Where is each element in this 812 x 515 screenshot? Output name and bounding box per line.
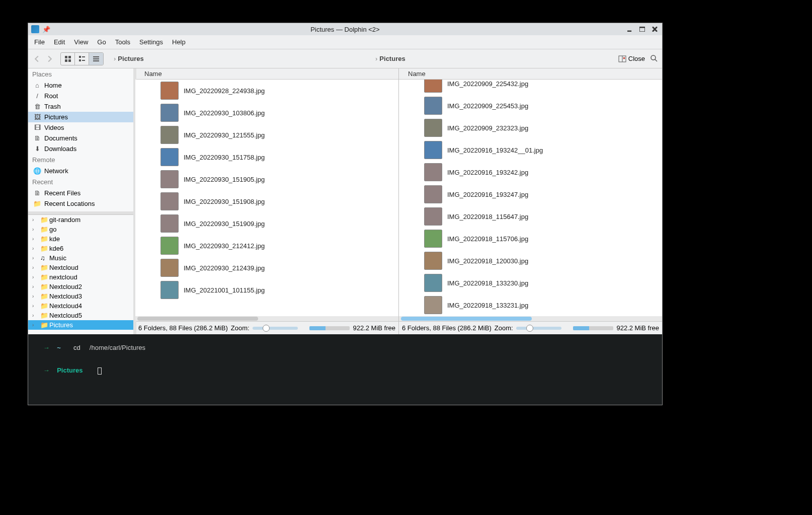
- left-pane: Name IMG_20220928_224938.jpgIMG_20220930…: [135, 68, 399, 334]
- right-file-list[interactable]: IMG_20220909_225432.jpgIMG_20220909_2254…: [399, 80, 662, 316]
- expand-icon[interactable]: ›: [32, 293, 38, 299]
- place-item-documents[interactable]: 🗎Documents: [28, 133, 135, 143]
- tree-item-git-random[interactable]: ›📁git-random: [28, 215, 135, 225]
- tree-item-nextcloud2[interactable]: ›📁Nextcloud2: [28, 282, 135, 291]
- file-row[interactable]: IMG_20220930_121555.jpg: [135, 124, 398, 146]
- file-row[interactable]: IMG_20220909_225453.jpg: [399, 95, 662, 117]
- tree-item-nextcloud[interactable]: ›📁nextcloud: [28, 272, 135, 282]
- file-name: IMG_20220930_212412.jpg: [184, 242, 265, 250]
- expand-icon[interactable]: ›: [32, 274, 38, 280]
- file-row[interactable]: IMG_20220909_232323.jpg: [399, 117, 662, 139]
- tree-item-pictures[interactable]: ›📁Pictures: [28, 320, 135, 330]
- file-row[interactable]: IMG_20220918_115706.jpg: [399, 228, 662, 250]
- file-row[interactable]: IMG_20220909_225432.jpg: [399, 80, 662, 95]
- close-button[interactable]: 🗙: [651, 26, 659, 33]
- file-row[interactable]: IMG_20220930_151758.jpg: [135, 146, 398, 168]
- file-row[interactable]: IMG_20220930_103806.jpg: [135, 102, 398, 124]
- menu-file[interactable]: File: [30, 36, 49, 48]
- expand-icon[interactable]: ›: [32, 265, 38, 270]
- expand-icon[interactable]: ›: [32, 227, 38, 232]
- thumbnail-icon: [424, 230, 442, 248]
- close-split-button[interactable]: Close: [618, 55, 645, 63]
- file-row[interactable]: IMG_20220916_193247.jpg: [399, 183, 662, 205]
- expand-icon[interactable]: ›: [32, 322, 38, 328]
- place-item-home[interactable]: ⌂Home: [28, 80, 135, 91]
- remote-item-network[interactable]: 🌐Network: [28, 166, 135, 176]
- back-button[interactable]: [31, 53, 42, 64]
- left-file-list[interactable]: IMG_20220928_224938.jpgIMG_20220930_1038…: [135, 80, 398, 316]
- zoom-slider[interactable]: [253, 327, 298, 330]
- right-hscrollbar[interactable]: [399, 316, 662, 321]
- pictures-icon: 🖼: [33, 113, 41, 121]
- tree-item-kde6[interactable]: ›📁kde6: [28, 244, 135, 253]
- file-row[interactable]: IMG_20220918_133230.jpg: [399, 272, 662, 294]
- place-item-downloads[interactable]: ⬇Downloads: [28, 143, 135, 154]
- forward-button[interactable]: [44, 53, 55, 64]
- breadcrumb-right[interactable]: › Pictures: [372, 55, 409, 62]
- column-header-name[interactable]: Name: [135, 68, 398, 80]
- zoom-slider[interactable]: [516, 327, 561, 330]
- expand-icon[interactable]: ›: [32, 236, 38, 242]
- recent locations-icon: 📁: [33, 200, 41, 207]
- menu-view[interactable]: View: [70, 36, 92, 48]
- places-panel[interactable]: Places ⌂Home/Root🗑Trash🖼Pictures🎞Videos🗎…: [28, 68, 135, 211]
- menu-settings[interactable]: Settings: [135, 36, 167, 48]
- place-item-trash[interactable]: 🗑Trash: [28, 101, 135, 112]
- svg-rect-5: [82, 56, 85, 57]
- file-row[interactable]: IMG_20220930_212439.jpg: [135, 257, 398, 279]
- recent-item-recent-files[interactable]: 🗎Recent Files: [28, 188, 135, 198]
- column-header-name[interactable]: Name: [399, 68, 662, 80]
- search-button[interactable]: [650, 54, 659, 63]
- file-row[interactable]: IMG_20220916_193242__01.jpg: [399, 139, 662, 161]
- place-label: Trash: [44, 103, 61, 110]
- breadcrumb-left[interactable]: › Pictures: [111, 55, 372, 62]
- left-hscrollbar[interactable]: [135, 316, 398, 321]
- file-row[interactable]: IMG_20221001_101155.jpg: [135, 279, 398, 301]
- place-item-videos[interactable]: 🎞Videos: [28, 122, 135, 133]
- minimize-button[interactable]: 🗕: [625, 26, 634, 33]
- breadcrumb-bar: › Pictures › Pictures: [111, 55, 616, 62]
- file-row[interactable]: IMG_20220918_133231.jpg: [399, 294, 662, 316]
- tree-item-music[interactable]: ›♫Music: [28, 253, 135, 263]
- place-item-pictures[interactable]: 🖼Pictures: [28, 112, 135, 122]
- file-row[interactable]: IMG_20220918_115647.jpg: [399, 205, 662, 228]
- expand-icon[interactable]: ›: [32, 303, 38, 309]
- expand-icon[interactable]: ›: [32, 284, 38, 289]
- tree-item-nextcloud5[interactable]: ›📁Nextcloud5: [28, 311, 135, 320]
- file-name: IMG_20220909_225453.jpg: [447, 102, 528, 110]
- view-compact-button[interactable]: [75, 53, 89, 65]
- place-item-root[interactable]: /Root: [28, 91, 135, 101]
- file-row[interactable]: IMG_20220930_212412.jpg: [135, 235, 398, 257]
- titlebar[interactable]: 📌 Pictures — Dolphin <2> 🗕 🗖 🗙: [28, 23, 662, 35]
- menu-go[interactable]: Go: [93, 36, 110, 48]
- tree-item-kde[interactable]: ›📁kde: [28, 234, 135, 244]
- view-details-button[interactable]: [89, 53, 103, 65]
- menu-help[interactable]: Help: [168, 36, 190, 48]
- recent-item-recent-locations[interactable]: 📁Recent Locations: [28, 198, 135, 209]
- menu-tools[interactable]: Tools: [111, 36, 134, 48]
- tree-item-nextcloud4[interactable]: ›📁Nextcloud4: [28, 301, 135, 311]
- expand-icon[interactable]: ›: [32, 255, 38, 261]
- expand-icon[interactable]: ›: [32, 246, 38, 251]
- file-row[interactable]: IMG_20220930_151905.jpg: [135, 168, 398, 190]
- tree-item-nextcloud3[interactable]: ›📁Nextcloud3: [28, 291, 135, 301]
- file-row[interactable]: IMG_20220928_224938.jpg: [135, 80, 398, 102]
- maximize-button[interactable]: 🗖: [638, 26, 646, 33]
- place-label: Recent Locations: [44, 200, 95, 207]
- file-name: IMG_20220930_151758.jpg: [184, 154, 265, 161]
- expand-icon[interactable]: ›: [32, 217, 38, 223]
- file-row[interactable]: IMG_20220930_151908.jpg: [135, 190, 398, 212]
- menu-edit[interactable]: Edit: [50, 36, 69, 48]
- terminal-panel[interactable]: → ~ cd /home/carl/Pictures → Pictures: [28, 334, 662, 405]
- tree-item-go[interactable]: ›📁go: [28, 225, 135, 234]
- file-row[interactable]: IMG_20220918_120030.jpg: [399, 250, 662, 272]
- tree-item-nextcloud[interactable]: ›📁Nextcloud: [28, 263, 135, 272]
- file-row[interactable]: IMG_20220916_193242.jpg: [399, 161, 662, 183]
- folder-tree[interactable]: ›📁git-random›📁go›📁kde›📁kde6›♫Music›📁Next…: [28, 214, 135, 334]
- file-row[interactable]: IMG_20220930_151909.jpg: [135, 212, 398, 235]
- view-icons-button[interactable]: [61, 53, 75, 65]
- thumbnail-icon: [160, 170, 179, 188]
- thumbnail-icon: [160, 104, 179, 122]
- expand-icon[interactable]: ›: [32, 313, 38, 318]
- pin-icon[interactable]: 📌: [42, 26, 50, 33]
